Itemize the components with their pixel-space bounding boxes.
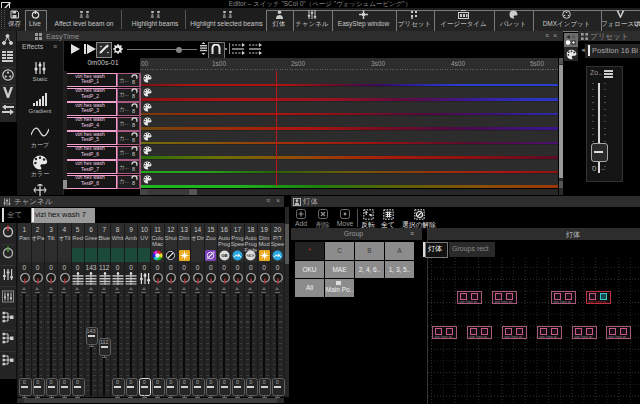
svg-text:GB: GB: [221, 253, 228, 258]
svg-text:FADE: FADE: [247, 254, 255, 258]
